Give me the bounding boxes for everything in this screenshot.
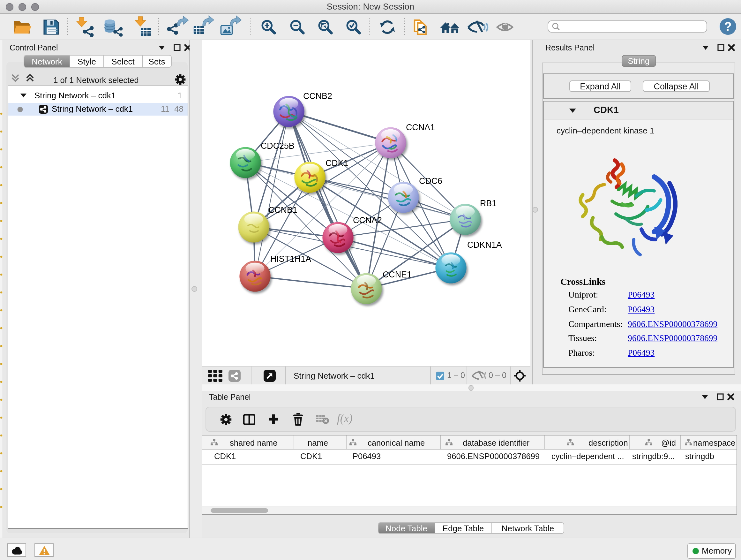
svg-text:CCNB1: CCNB1 — [268, 205, 297, 215]
svg-text:RB1: RB1 — [480, 199, 496, 208]
svg-text:CCNA1: CCNA1 — [406, 123, 434, 132]
svg-text:CDK1: CDK1 — [325, 159, 348, 168]
svg-text:CCNB2: CCNB2 — [303, 91, 332, 101]
svg-text:?: ? — [724, 20, 731, 33]
svg-text:CCNE1: CCNE1 — [382, 270, 411, 279]
svg-text:HIST1H1A: HIST1H1A — [270, 254, 311, 264]
svg-text:CDKN1A: CDKN1A — [467, 240, 502, 250]
svg-text:CCNA2: CCNA2 — [353, 215, 382, 225]
svg-text:CDC6: CDC6 — [419, 176, 442, 186]
svg-text:CDC25B: CDC25B — [260, 141, 294, 151]
